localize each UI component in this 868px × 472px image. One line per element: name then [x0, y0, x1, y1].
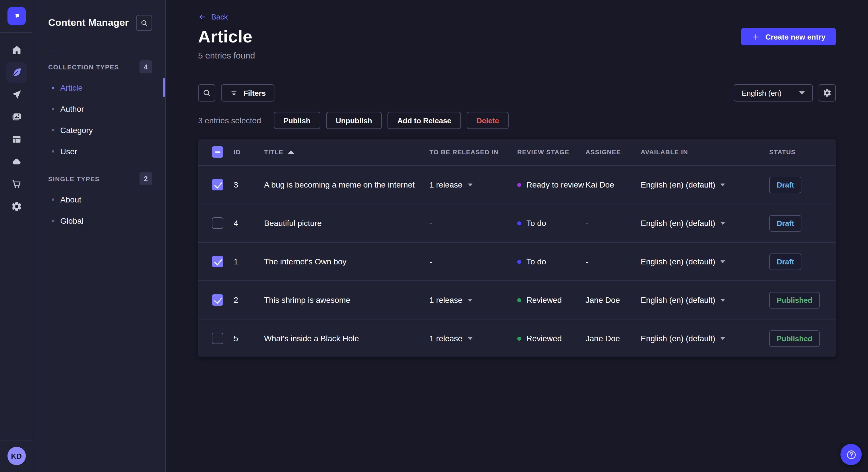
collection-types-list: Article Author Category User — [33, 77, 165, 162]
main-content: Back Article Create new entry 5 entries … — [166, 0, 868, 472]
bullet-icon — [52, 198, 54, 200]
assignee-cell: - — [586, 257, 641, 266]
chevron-down-icon — [720, 337, 725, 340]
row-checkbox[interactable] — [212, 179, 223, 191]
review-stage-cell: To do — [517, 257, 586, 266]
media-library-icon[interactable] — [6, 107, 27, 127]
bullet-icon — [52, 107, 54, 110]
sidebar-item-about[interactable]: About — [33, 189, 165, 210]
single-types-list: About Global — [33, 189, 165, 231]
assignee-cell: Jane Doe — [586, 334, 641, 343]
row-id: 2 — [234, 295, 264, 305]
row-title: The internet's Own boy — [264, 257, 429, 266]
unpublish-button[interactable]: Unpublish — [326, 112, 382, 129]
publish-button[interactable]: Publish — [274, 112, 320, 129]
review-stage-cell: Ready to review — [517, 180, 586, 189]
sidebar-item-global[interactable]: Global — [33, 210, 165, 231]
collection-types-count: 4 — [140, 60, 152, 73]
chevron-down-icon — [720, 222, 725, 225]
chevron-down-icon — [720, 183, 725, 186]
available-in-cell[interactable]: English (en) (default) — [641, 295, 769, 305]
select-all-checkbox[interactable] — [212, 146, 223, 158]
avatar[interactable]: KD — [7, 447, 26, 465]
chevron-down-icon — [720, 260, 725, 263]
column-header-released-in: TO BE RELEASED IN — [429, 148, 517, 156]
add-to-release-button[interactable]: Add to Release — [388, 112, 461, 129]
released-in-cell: - — [429, 257, 517, 266]
sidebar-item-article[interactable]: Article — [33, 77, 165, 98]
available-in-cell[interactable]: English (en) (default) — [641, 180, 769, 189]
filters-button[interactable]: Filters — [221, 84, 274, 102]
help-button[interactable] — [840, 444, 862, 465]
table-header-row: ID TITLE TO BE RELEASED IN REVIEW STAGE … — [198, 139, 836, 165]
chevron-down-icon — [799, 91, 805, 95]
releases-icon[interactable] — [6, 84, 27, 105]
home-icon[interactable] — [6, 40, 27, 60]
row-checkbox[interactable] — [212, 294, 223, 306]
locale-select[interactable]: English (en) — [734, 84, 813, 102]
row-title: This shrimp is awesome — [264, 295, 429, 305]
row-title: A bug is becoming a meme on the internet — [264, 180, 429, 189]
row-checkbox[interactable] — [212, 333, 223, 344]
search-button[interactable] — [198, 84, 215, 102]
row-checkbox[interactable] — [212, 256, 223, 267]
strapi-logo[interactable] — [7, 7, 26, 25]
review-stage-cell: Reviewed — [517, 334, 586, 343]
available-in-cell[interactable]: English (en) (default) — [641, 257, 769, 266]
stage-dot-icon — [517, 336, 521, 340]
arrow-left-icon — [198, 12, 207, 21]
marketplace-icon[interactable] — [6, 174, 27, 194]
released-in-cell[interactable]: 1 release — [429, 180, 517, 189]
column-header-status: STATUS — [769, 148, 822, 156]
available-in-cell[interactable]: English (en) (default) — [641, 218, 769, 228]
sidebar-item-user[interactable]: User — [33, 140, 165, 162]
sidebar-item-category[interactable]: Category — [33, 119, 165, 140]
stage-dot-icon — [517, 221, 521, 225]
chevron-down-icon — [720, 299, 725, 301]
released-in-cell[interactable]: 1 release — [429, 334, 517, 343]
available-in-cell[interactable]: English (en) (default) — [641, 334, 769, 343]
search-icon — [202, 88, 211, 98]
content-manager-icon[interactable] — [6, 62, 27, 82]
status-badge: Published — [769, 292, 820, 308]
stage-dot-icon — [517, 298, 521, 302]
released-in-cell[interactable]: 1 release — [429, 295, 517, 305]
row-id: 5 — [234, 334, 264, 343]
released-in-cell: - — [429, 218, 517, 228]
cloud-icon[interactable] — [6, 151, 27, 172]
table-row[interactable]: 1 The internet's Own boy - To do - Engli… — [198, 242, 836, 280]
chevron-down-icon — [468, 299, 472, 301]
status-badge: Draft — [769, 215, 802, 231]
strapi-logo-icon — [12, 11, 21, 21]
table-row[interactable]: 2 This shrimp is awesome 1 release Revie… — [198, 280, 836, 319]
bullet-icon — [52, 129, 54, 131]
delete-button[interactable]: Delete — [467, 112, 508, 129]
collection-types-label: COLLECTION TYPES — [48, 63, 119, 70]
table-row[interactable]: 3 A bug is becoming a meme on the intern… — [198, 165, 836, 204]
column-header-assignee: ASSIGNEE — [586, 148, 641, 156]
create-new-entry-button[interactable]: Create new entry — [741, 28, 836, 45]
entries-table: ID TITLE TO BE RELEASED IN REVIEW STAGE … — [198, 139, 836, 357]
sidebar-item-author[interactable]: Author — [33, 98, 165, 119]
back-link[interactable]: Back — [198, 12, 228, 21]
app-window: KD Content Manager COLLECTION TYPES 4 Ar… — [0, 0, 868, 472]
table-row[interactable]: 4 Beautiful picture - To do - English (e… — [198, 204, 836, 242]
row-checkbox[interactable] — [212, 217, 223, 229]
chevron-down-icon — [468, 183, 472, 186]
gear-icon — [823, 88, 832, 98]
column-header-review-stage: REVIEW STAGE — [517, 148, 586, 156]
content-type-builder-icon[interactable] — [6, 129, 27, 150]
filter-icon — [229, 89, 238, 97]
row-title: What's inside a Black Hole — [264, 334, 429, 343]
review-stage-cell: Reviewed — [517, 295, 586, 305]
assignee-cell: Jane Doe — [586, 295, 641, 305]
view-settings-button[interactable] — [818, 84, 836, 102]
row-id: 4 — [234, 218, 264, 228]
assignee-cell: Kai Doe — [586, 180, 641, 189]
entries-count: 5 entries found — [198, 50, 836, 60]
column-header-title[interactable]: TITLE — [264, 148, 429, 156]
chevron-down-icon — [468, 337, 472, 340]
settings-icon[interactable] — [6, 196, 27, 217]
table-row[interactable]: 5 What's inside a Black Hole 1 release R… — [198, 319, 836, 357]
sidebar-search-button[interactable] — [136, 15, 152, 31]
